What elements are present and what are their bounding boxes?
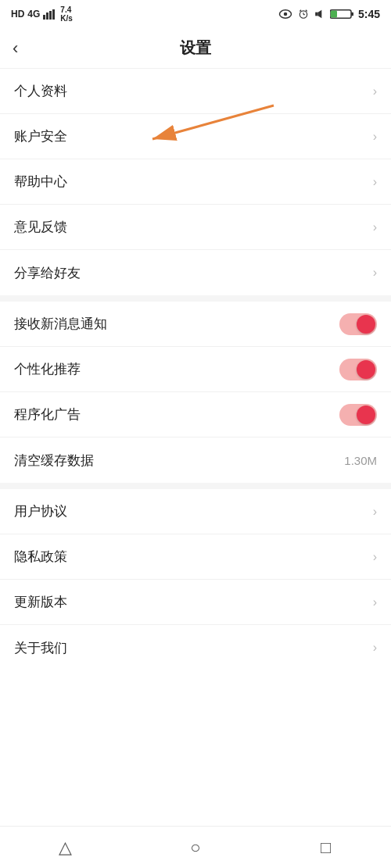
page-title: 设置	[38, 38, 353, 59]
privacy-policy-right: ›	[373, 550, 377, 564]
user-agreement-label: 用户协议	[14, 502, 67, 520]
chevron-icon: ›	[373, 84, 377, 98]
clear-cache-item[interactable]: 清空缓存数据 1.30M	[0, 438, 391, 483]
nav-recent-button[interactable]: □	[303, 838, 350, 858]
help-center-item[interactable]: 帮助中心 ›	[0, 159, 391, 205]
clear-cache-label: 清空缓存数据	[14, 452, 94, 470]
user-agreement-item[interactable]: 用户协议 ›	[0, 489, 391, 534]
alarm-icon	[297, 9, 310, 20]
chevron-icon: ›	[373, 595, 377, 609]
chevron-icon: ›	[373, 130, 377, 144]
update-version-item[interactable]: 更新版本 ›	[0, 580, 391, 625]
legal-section: 用户协议 › 隐私政策 › 更新版本 › 关于我们 ›	[0, 489, 391, 670]
bottom-nav: △ ○ □	[0, 826, 391, 868]
eye-icon	[278, 9, 292, 20]
programmatic-ad-label: 程序化广告	[14, 405, 81, 423]
new-msg-notify-label: 接收新消息通知	[14, 315, 107, 333]
share-right: ›	[373, 266, 377, 280]
back-button[interactable]: ‹	[13, 38, 38, 59]
personalized-recommend-label: 个性化推荐	[14, 360, 81, 378]
share-label: 分享给好友	[14, 264, 81, 282]
profile-section: 个人资料 › 账户安全 › 帮助中心 › 意见反馈 › 分享给好友 ›	[0, 69, 391, 295]
status-speed: 7.4K/s	[60, 5, 73, 23]
account-security-label: 账户安全	[14, 127, 67, 145]
chevron-icon: ›	[373, 641, 377, 655]
status-time: 5:45	[358, 8, 380, 20]
signal-icon	[43, 9, 57, 20]
feedback-label: 意见反馈	[14, 218, 67, 236]
account-security-item[interactable]: 账户安全 ›	[0, 114, 391, 159]
status-right: 5:45	[278, 8, 380, 20]
toggle-knob	[357, 315, 375, 334]
programmatic-ad-toggle[interactable]	[339, 404, 377, 426]
programmatic-ad-item[interactable]: 程序化广告	[0, 392, 391, 438]
personal-info-right: ›	[373, 84, 377, 98]
toggle-knob	[357, 360, 375, 379]
chevron-icon: ›	[373, 550, 377, 564]
svg-rect-0	[43, 15, 45, 20]
notification-section: 接收新消息通知 个性化推荐 程序化广告 清空缓存数据 1.30M	[0, 302, 391, 483]
about-us-label: 关于我们	[14, 639, 67, 657]
programmatic-ad-right	[339, 404, 377, 426]
status-bar: HD 4G 7.4K/s 5:45	[0, 0, 391, 28]
privacy-policy-label: 隐私政策	[14, 548, 67, 566]
clear-cache-right: 1.30M	[344, 454, 377, 467]
status-left: HD 4G 7.4K/s	[11, 5, 73, 23]
new-msg-notify-right	[339, 313, 377, 335]
cache-size-value: 1.30M	[344, 454, 377, 467]
nav-home-button[interactable]: ○	[172, 838, 219, 858]
svg-rect-2	[49, 11, 52, 20]
update-version-right: ›	[373, 595, 377, 609]
svg-rect-9	[315, 13, 318, 16]
svg-rect-3	[52, 9, 55, 20]
section-divider-2	[0, 483, 391, 489]
battery-icon	[330, 9, 353, 20]
personal-info-item[interactable]: 个人资料 ›	[0, 69, 391, 114]
chevron-icon: ›	[373, 505, 377, 519]
header: ‹ 设置	[0, 28, 391, 69]
status-hd: HD	[11, 9, 24, 20]
chevron-icon: ›	[373, 266, 377, 280]
share-item[interactable]: 分享给好友 ›	[0, 250, 391, 295]
user-agreement-right: ›	[373, 505, 377, 519]
svg-point-5	[284, 13, 288, 16]
personal-info-label: 个人资料	[14, 82, 67, 100]
personalized-recommend-toggle[interactable]	[339, 359, 377, 380]
volume-icon	[314, 9, 325, 20]
privacy-policy-item[interactable]: 隐私政策 ›	[0, 534, 391, 580]
help-center-label: 帮助中心	[14, 173, 67, 191]
new-msg-notify-toggle[interactable]	[339, 313, 377, 335]
status-4g: 4G	[27, 9, 40, 20]
about-us-right: ›	[373, 641, 377, 655]
chevron-icon: ›	[373, 175, 377, 189]
section-divider-1	[0, 295, 391, 302]
new-msg-notify-item[interactable]: 接收新消息通知	[0, 302, 391, 347]
about-us-item[interactable]: 关于我们 ›	[0, 625, 391, 670]
nav-back-button[interactable]: △	[41, 838, 88, 858]
svg-rect-1	[46, 13, 48, 20]
chevron-icon: ›	[373, 220, 377, 234]
personalized-recommend-right	[339, 359, 377, 380]
personalized-recommend-item[interactable]: 个性化推荐	[0, 347, 391, 392]
update-version-label: 更新版本	[14, 593, 67, 611]
feedback-item[interactable]: 意见反馈 ›	[0, 205, 391, 250]
feedback-right: ›	[373, 220, 377, 234]
account-security-right: ›	[373, 130, 377, 144]
svg-rect-12	[331, 11, 337, 18]
toggle-knob	[357, 405, 375, 424]
help-center-right: ›	[373, 175, 377, 189]
svg-rect-11	[351, 13, 353, 16]
